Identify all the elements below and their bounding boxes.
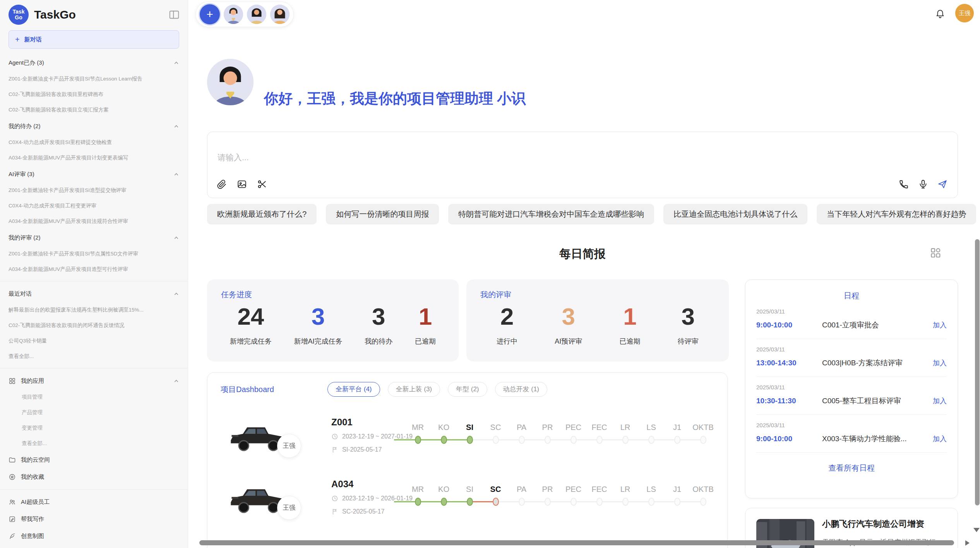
sidebar-item-product-mgmt[interactable]: 产品管理 [0, 405, 188, 420]
add-agent-button[interactable]: + [200, 4, 220, 24]
list-item[interactable]: Z001-全新燃油皮卡产品开发项目SI节点Lesson Learn报告 [0, 71, 188, 87]
milestone-label: PA [509, 485, 535, 494]
suggestion-chip[interactable]: 比亚迪全固态电池计划具体说了什么 [663, 204, 807, 224]
chat-input[interactable]: 请输入... [207, 132, 958, 198]
vertical-scrollbar[interactable] [975, 239, 980, 505]
image-icon[interactable] [237, 179, 247, 189]
list-item[interactable]: A034-全新新能源MUV产品开发项目造型可行性评审 [0, 262, 188, 277]
list-item[interactable]: 解释最新出台的欧盟报废车法规再生塑料比例被调至15%... [0, 302, 188, 318]
view-all-schedule-link[interactable]: 查看所有日程 [756, 463, 947, 473]
avatar[interactable] [270, 5, 290, 24]
list-item[interactable]: C02-飞腾新能源轻客改款项目的闭环通告反馈情况 [0, 318, 188, 333]
stat-my-todo: 3我的待办 [365, 304, 392, 346]
list-item[interactable]: A034-全新新能源MUV产品开发项目法规符合性评审 [0, 214, 188, 229]
list-item[interactable]: C0X4-动力总成开发项目SI里程碑提交物检查 [0, 135, 188, 150]
milestone-label: OKTB [690, 485, 716, 494]
chat-input-placeholder: 请输入... [218, 152, 249, 163]
list-item[interactable]: 公司Q3轻卡销量 [0, 333, 188, 349]
section-header-recent-chats[interactable]: 最近对话 [0, 285, 188, 302]
input-toolbar-left [217, 179, 267, 189]
chevron-up-icon[interactable] [173, 235, 179, 241]
microphone-icon[interactable] [918, 179, 928, 189]
milestone-label: PR [535, 423, 560, 432]
milestone-track: MR KO SI SC PA PR PEC FEC LR LS J1 OKTB [405, 485, 716, 506]
sidebar-item-project-mgmt[interactable]: 项目管理 [0, 389, 188, 405]
feather-icon [9, 533, 16, 540]
schedule-panel: 日程 2025/03/11 9:00-10:00 C001-立项审批会 加入 2… [745, 279, 958, 498]
agent-avatar-group: + [195, 2, 294, 27]
avatar[interactable] [247, 5, 266, 24]
filter-chip-new-platform[interactable]: 全新平台 (4) [327, 382, 380, 397]
task-progress-card: 任务进度 24新增完成任务 3新增AI完成任务 3我的待办 1已逾期 [207, 279, 459, 361]
notification-bell-icon[interactable] [935, 8, 945, 18]
sidebar-item-cloud-space[interactable]: 我的云空间 [0, 451, 188, 468]
chevron-up-icon[interactable] [173, 378, 179, 384]
join-meeting-link[interactable]: 加入 [933, 396, 947, 406]
list-item[interactable]: C02-飞腾新能源轻客改款项目立项汇报方案 [0, 102, 188, 118]
scroll-right-arrow-icon[interactable] [965, 540, 970, 546]
list-item[interactable]: Z001-全新燃油轻卡产品开发项目SI节点属性5D文件评审 [0, 246, 188, 262]
filter-chip-powertrain[interactable]: 动总开发 (1) [495, 382, 548, 397]
list-item[interactable]: C0X4-动力总成开发项目工程变更评审 [0, 198, 188, 214]
stat-new-ai-done: 3新增AI完成任务 [294, 304, 343, 346]
sidebar-item-favorites[interactable]: 我的收藏 [0, 468, 188, 485]
suggestion-chip[interactable]: 特朗普可能对进口汽车增税会对中国车企造成哪些影响 [448, 204, 654, 224]
view-all-chats-link[interactable]: 查看全部... [0, 349, 188, 364]
join-meeting-link[interactable]: 加入 [933, 434, 947, 444]
card-title: 任务进度 [221, 289, 252, 300]
suggestion-chip[interactable]: 欧洲新规最近颁布了什么? [207, 204, 317, 224]
list-item[interactable]: Z001-全新燃油轻卡产品开发项目SI造型提交物评审 [0, 183, 188, 198]
apps-grid-icon [9, 377, 16, 385]
event-date: 2025/03/11 [756, 422, 947, 428]
sidebar-item-change-mgmt[interactable]: 变更管理 [0, 420, 188, 436]
scissors-icon[interactable] [257, 179, 267, 189]
milestone-label: LS [638, 485, 664, 494]
join-meeting-link[interactable]: 加入 [933, 358, 947, 368]
suggestion-chip[interactable]: 如何写一份清晰的项目周报 [326, 204, 439, 224]
sidebar-item-ai-super-staff[interactable]: AI超级员工 [0, 493, 188, 510]
project-dashboard-card: 项目Dashboard 全新平台 (4) 全新上装 (3) 年型 (2) 动总开… [207, 372, 728, 548]
section-header-ai-review[interactable]: AI评审 (3) [0, 166, 188, 183]
chevron-up-icon[interactable] [173, 123, 179, 129]
milestone-label: J1 [664, 423, 690, 432]
layout-grid-icon[interactable] [930, 247, 941, 259]
new-chat-button[interactable]: + 新对话 [9, 30, 179, 49]
avatar[interactable] [224, 5, 243, 24]
clock-icon [331, 433, 338, 440]
list-item[interactable]: C02-飞腾新能源轻客改款项目里程碑画布 [0, 87, 188, 102]
attachment-icon[interactable] [217, 179, 227, 189]
sidebar-collapse-icon[interactable] [168, 9, 180, 21]
chevron-up-icon[interactable] [173, 291, 179, 297]
milestone-dot [622, 436, 629, 444]
section-header-my-todo[interactable]: 我的待办 (2) [0, 118, 188, 135]
view-all-apps-link[interactable]: 查看全部... [0, 436, 188, 451]
section-header-my-review[interactable]: 我的评审 (2) [0, 229, 188, 246]
schedule-title: 日程 [756, 291, 947, 301]
sidebar-item-help-me-write[interactable]: 帮我写作 [0, 510, 188, 527]
project-row[interactable]: 王强 Z001 2023-12-19 ~ 2027-01-19 SI-2025-… [207, 411, 727, 473]
sidebar-item-creative-drawing[interactable]: 创意制图 [0, 527, 188, 545]
milestone-label: FEC [586, 423, 612, 432]
greeting-text: 你好，王强，我是你的项目管理助理 小识 [264, 89, 526, 108]
phone-call-icon[interactable] [899, 179, 909, 189]
send-icon[interactable] [937, 179, 947, 189]
sidebar-item-my-apps[interactable]: 我的应用 [0, 372, 188, 389]
chevron-up-icon[interactable] [173, 171, 179, 177]
project-name: Z001 [331, 417, 353, 428]
project-row[interactable]: 王强 A034 2023-12-19 ~ 2026-01-19 SC-2025-… [207, 473, 727, 535]
list-item[interactable]: A034-全新新能源MUV产品开发项目计划变更表编写 [0, 150, 188, 166]
filter-chip-new-body[interactable]: 全新上装 (3) [388, 382, 440, 397]
section-header-agent-done[interactable]: Agent已办 (3) [0, 54, 188, 71]
filter-chip-model-year[interactable]: 年型 (2) [448, 382, 487, 397]
scroll-down-arrow-icon[interactable] [973, 528, 980, 532]
sidebar: Task Go TaskGo + 新对话 Agent已办 (3) Z001-全新… [0, 0, 188, 548]
input-toolbar-right [899, 179, 947, 189]
join-meeting-link[interactable]: 加入 [933, 320, 947, 330]
milestone-dot [700, 436, 706, 444]
chevron-up-icon[interactable] [173, 60, 179, 66]
suggestion-chip[interactable]: 当下年轻人对汽车外观有怎样的喜好趋势 [817, 204, 976, 224]
user-avatar[interactable]: 王强 [955, 4, 974, 22]
milestone-label: LS [638, 423, 664, 432]
write-icon [9, 515, 16, 523]
horizontal-scrollbar[interactable] [199, 540, 954, 545]
